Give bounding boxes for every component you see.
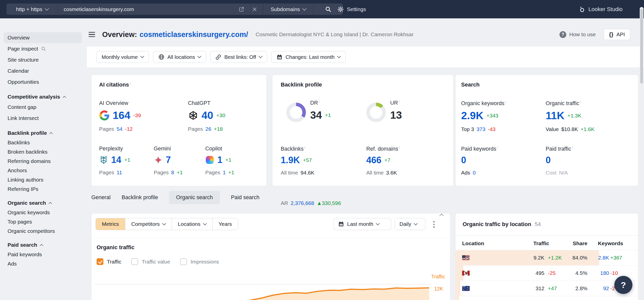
table-row-ca[interactable]: CA 495 -25 4.5% 180 -10 [456, 265, 638, 281]
pages-count[interactable]: 26 [206, 126, 211, 132]
chevron-down-icon [259, 54, 263, 58]
metric-value: 34 [310, 109, 322, 121]
metric-ref-domains: Ref. domainsi 466+7 All time3.6K [366, 146, 400, 176]
domain-input[interactable]: cosmeticlaserskinsurgery.com [58, 4, 263, 15]
chevron-down-icon [203, 221, 207, 225]
sidebar-item-paid-keywords[interactable]: Paid keywords [4, 250, 82, 259]
metric-delta: +30 [216, 112, 225, 118]
sidebar-item-broken-backlinks[interactable]: Broken backlinks [4, 147, 82, 156]
metric-value[interactable]: 11K [546, 110, 565, 122]
metric-value[interactable]: 7 [166, 155, 171, 165]
sidebar-item-backlinks[interactable]: Backlinks [4, 138, 82, 147]
table-row-au[interactable]: AU 312 +47 2.8% 92 -2 [456, 281, 638, 296]
impressions-checkbox[interactable] [180, 258, 187, 265]
keywords-link[interactable]: 180 [600, 270, 609, 276]
how-to-use-link[interactable]: How to use [569, 31, 596, 37]
site-description: Cosmetic Dermatologist NYC & Long Island… [256, 31, 414, 37]
locations-filter-dropdown[interactable]: All locations [153, 51, 206, 63]
page-title: Overview:cosmeticlaserskinsurgery.com/ [102, 30, 248, 39]
ar-value[interactable]: 2,376,668 [291, 200, 314, 206]
traffic-value-checkbox[interactable] [131, 258, 138, 265]
link-icon [215, 54, 221, 60]
changes-period-dropdown[interactable]: Changes: Last month [271, 51, 346, 63]
help-fab-button[interactable]: ? [614, 276, 632, 294]
sidebar-item-link-intersect[interactable]: Link intersect [4, 113, 82, 124]
volume-mode-dropdown[interactable]: Monthly volume [96, 51, 149, 63]
topbar: http + https cosmeticlaserskinsurgery.co… [0, 0, 644, 18]
sidebar-item-opportunities[interactable]: Opportunities [4, 76, 82, 88]
traffic-checkbox[interactable] [97, 258, 103, 265]
metric-value[interactable]: 1.9K [281, 155, 300, 165]
best-links-dropdown[interactable]: Best links: Off [210, 51, 267, 63]
sidebar-item-referring-ips[interactable]: Referring IPs [4, 184, 82, 194]
segment-years[interactable]: Years [212, 218, 238, 230]
tab-general[interactable]: General [91, 191, 111, 204]
pages-count[interactable]: 1 [223, 169, 226, 176]
metric-gemini: Gemini 7 Pages8+1 [154, 146, 183, 176]
location-count: 54 [535, 221, 541, 228]
looker-studio-link[interactable]: Looker Studio [579, 0, 623, 18]
metric-value[interactable]: 164 [113, 109, 130, 121]
sidebar-item-content-gap[interactable]: Content gap [4, 102, 82, 113]
chevron-down-icon [140, 54, 144, 58]
sidebar-item-top-pages[interactable]: Top pages [4, 217, 82, 226]
collapse-section-icon[interactable] [439, 214, 444, 218]
sidebar-section-competitive-analysis[interactable]: Competitive analysis [4, 92, 82, 102]
tab-organic-search[interactable]: Organic search [169, 191, 220, 204]
table-row-us[interactable]: US 9.2K +1.2K 84.0% 2.8K +367 [456, 250, 638, 265]
api-button[interactable]: {} API [604, 29, 630, 40]
tab-paid-search[interactable]: Paid search [231, 191, 260, 204]
sidebar-item-referring-domains[interactable]: Referring domains [4, 156, 82, 166]
target-input-group: http + https cosmeticlaserskinsurgery.co… [7, 4, 343, 15]
scrollbar-thumb[interactable] [640, 9, 643, 83]
scope-dropdown[interactable]: Subdomains [263, 4, 313, 15]
metric-organic-traffic: Organic traffici 11K+1.3K Value$10.8K+1.… [546, 100, 594, 132]
sidebar-item-organic-competitors[interactable]: Organic competitors [4, 226, 82, 236]
metric-backlinks: Backlinksi 1.9K+57 All time94.6K [281, 146, 314, 176]
chevron-down-icon [302, 6, 307, 11]
metric-value[interactable]: 2.9K [461, 110, 484, 122]
settings-button[interactable]: Settings [337, 0, 366, 18]
period-dropdown[interactable]: Last month [333, 218, 391, 230]
more-options-icon[interactable] [432, 220, 436, 229]
open-external-icon[interactable] [238, 6, 245, 12]
sidebar-section-organic-search[interactable]: Organic search [4, 198, 82, 208]
pages-count[interactable]: 8 [171, 169, 174, 176]
chevron-down-icon [414, 221, 418, 225]
app-window: http + https cosmeticlaserskinsurgery.co… [0, 0, 644, 300]
pages-count[interactable]: 11 [117, 169, 122, 176]
sidebar-item-ads[interactable]: Ads [4, 259, 82, 268]
share-bar [456, 281, 460, 296]
pages-count[interactable]: 54 [117, 126, 123, 132]
sidebar-item-page-inspect[interactable]: Page inspect [4, 43, 82, 54]
segment-locations[interactable]: Locations [172, 218, 212, 230]
keywords-link[interactable]: 92 [603, 285, 609, 291]
segment-metrics[interactable]: Metrics [96, 218, 125, 230]
menu-icon[interactable] [89, 32, 95, 37]
clear-input-icon[interactable] [252, 7, 257, 12]
sidebar-item-calendar[interactable]: Calendar [4, 65, 82, 76]
sidebar-item-linking-authors[interactable]: Linking authors [4, 175, 82, 184]
sidebar-section-paid-search[interactable]: Paid search [4, 240, 82, 250]
metric-value[interactable]: 0 [461, 155, 466, 165]
metric-value[interactable]: 466 [366, 155, 381, 165]
chatgpt-icon [188, 110, 198, 121]
metric-value[interactable]: 1 [217, 155, 222, 165]
target-domain-link[interactable]: cosmeticlaserskinsurgery.com/ [140, 30, 248, 38]
protocol-dropdown[interactable]: http + https [7, 4, 58, 15]
sidebar-section-backlink-profile[interactable]: Backlink profile [4, 128, 82, 138]
chart-legend-traffic: Traffic [431, 274, 445, 280]
metric-value[interactable]: 40 [202, 109, 213, 121]
keywords-link[interactable]: 2.8K [598, 255, 609, 261]
metric-value[interactable]: 0 [546, 155, 551, 165]
filter-bar: Monthly volume All locations Best links:… [87, 47, 644, 67]
granularity-dropdown[interactable]: Daily [395, 218, 425, 230]
search-card: Search Organic keywordsi 2.9K+343 Top 33… [455, 75, 638, 186]
sidebar-item-overview[interactable]: Overview [4, 32, 82, 43]
sidebar-item-anchors[interactable]: Anchors [4, 166, 82, 175]
segment-competitors[interactable]: Competitors [125, 218, 172, 230]
tab-backlink-profile[interactable]: Backlink profile [122, 191, 158, 204]
sidebar-item-organic-keywords[interactable]: Organic keywords [4, 208, 82, 217]
sidebar-item-site-structure[interactable]: Site structure [4, 54, 82, 65]
metric-value[interactable]: 14 [111, 155, 121, 165]
